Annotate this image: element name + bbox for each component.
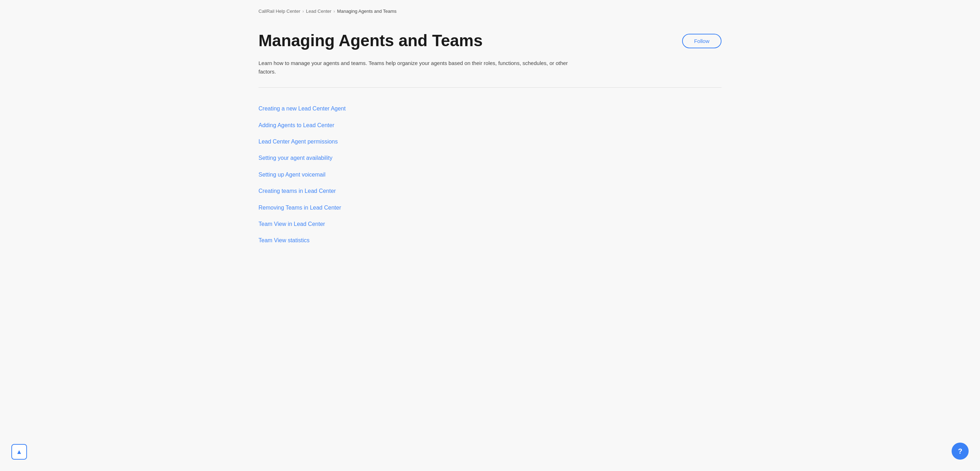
article-list: Creating a new Lead Center AgentAdding A… (258, 100, 722, 249)
article-link[interactable]: Creating a new Lead Center Agent (258, 100, 722, 117)
help-button[interactable]: ? (951, 442, 969, 460)
page-title: Managing Agents and Teams (258, 31, 671, 51)
scroll-top-button[interactable]: ▲ (11, 444, 27, 460)
header-area: Managing Agents and Teams Follow (258, 31, 722, 51)
chevron-up-icon: ▲ (16, 448, 22, 456)
page-wrapper: CallRail Help Center › Lead Center › Man… (242, 0, 738, 277)
question-mark-icon: ? (958, 447, 962, 455)
article-link[interactable]: Team View in Lead Center (258, 216, 722, 232)
breadcrumb-separator-1: › (302, 9, 304, 14)
article-link[interactable]: Lead Center Agent permissions (258, 134, 722, 150)
page-description: Learn how to manage your agents and team… (258, 59, 578, 76)
follow-button[interactable]: Follow (682, 34, 722, 48)
article-link[interactable]: Removing Teams in Lead Center (258, 200, 722, 216)
breadcrumb-section-link[interactable]: Lead Center (306, 8, 332, 14)
breadcrumb: CallRail Help Center › Lead Center › Man… (258, 8, 722, 14)
breadcrumb-home-link[interactable]: CallRail Help Center (258, 8, 301, 14)
breadcrumb-current: Managing Agents and Teams (337, 8, 396, 14)
article-link[interactable]: Team View statistics (258, 232, 722, 249)
section-divider (258, 88, 722, 88)
article-link[interactable]: Adding Agents to Lead Center (258, 117, 722, 134)
article-link[interactable]: Setting up Agent voicemail (258, 167, 722, 183)
article-link[interactable]: Setting your agent availability (258, 150, 722, 166)
breadcrumb-separator-2: › (333, 9, 335, 14)
article-link[interactable]: Creating teams in Lead Center (258, 183, 722, 199)
